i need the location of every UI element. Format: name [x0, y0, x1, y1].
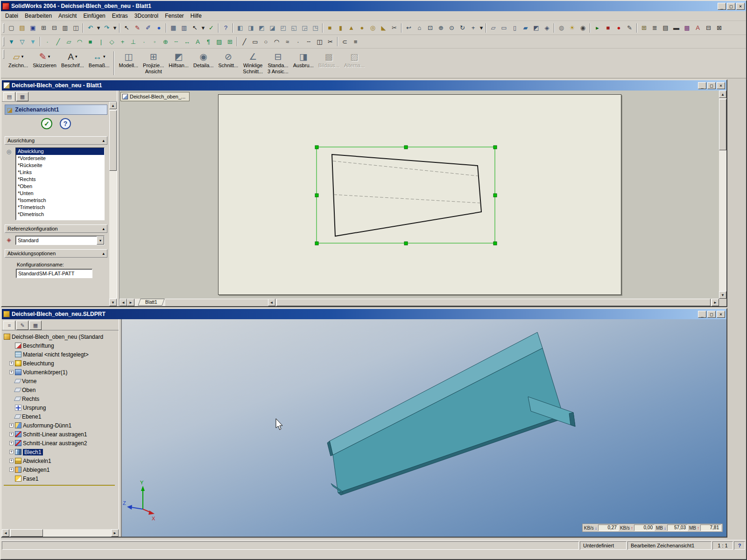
filter-origins-icon[interactable]: +: [117, 36, 128, 47]
app-minimize-button[interactable]: _: [718, 3, 726, 10]
view-isometric-icon[interactable]: ◲: [299, 23, 310, 33]
filter-toggle-icon[interactable]: ▼: [6, 36, 17, 47]
pan-icon[interactable]: +: [468, 23, 479, 33]
filter-clear-all-icon[interactable]: ▽: [17, 36, 28, 47]
zoom-selection-icon[interactable]: ⊙: [446, 23, 457, 33]
solid-cone-icon[interactable]: ▲: [346, 23, 357, 33]
orientation-item-dimetrisch[interactable]: *Dimetrisch: [16, 211, 104, 218]
tab-property-manager[interactable]: ✎: [16, 321, 28, 330]
rotate-view-icon[interactable]: ↻: [457, 23, 468, 33]
tree-item-volumenk-rper-1[interactable]: +Volumenkörper(1): [2, 368, 119, 377]
annotation-pen-icon[interactable]: ✐: [143, 23, 154, 33]
app-close-button[interactable]: ×: [736, 3, 745, 10]
filter-faces-icon[interactable]: ▱: [63, 36, 74, 47]
view-normal-to-icon[interactable]: ◳: [310, 23, 321, 33]
line-format-icon[interactable]: ▬: [671, 23, 682, 33]
hidden-lines-removed-icon[interactable]: ▯: [509, 23, 520, 33]
filter-planes-icon[interactable]: ◇: [106, 36, 117, 47]
new-document-icon[interactable]: ▢: [6, 23, 17, 33]
sketch-rectangle-icon[interactable]: ▭: [250, 36, 261, 47]
tree-item-material-nicht-festgelegt[interactable]: Material <nicht festgelegt>: [2, 350, 119, 359]
flyout-arrow-icon[interactable]: ▾: [21, 54, 24, 59]
layer-properties-icon[interactable]: ▤: [660, 23, 671, 33]
scrollbar-thumb[interactable]: [719, 99, 726, 150]
command-bildaus[interactable]: ▩Bildaus...: [316, 49, 342, 77]
tab-sheet-format[interactable]: ▦: [16, 92, 28, 101]
tree-horizontal-scrollbar[interactable]: ◄ ►: [2, 529, 119, 537]
view-top-icon[interactable]: ◰: [278, 23, 289, 33]
toolbar-drag-handle[interactable]: [3, 49, 4, 59]
tab-property-manager[interactable]: ▤: [3, 92, 15, 101]
menu-item-fenster[interactable]: Fenster: [162, 12, 187, 20]
filter-edges-icon[interactable]: ╱: [53, 36, 63, 47]
sketch-circle-icon[interactable]: ○: [261, 36, 271, 47]
zoom-fit-icon[interactable]: ⌂: [414, 23, 425, 33]
expand-icon[interactable]: +: [9, 423, 14, 427]
menu-item-bearbeiten[interactable]: Bearbeiten: [21, 12, 55, 20]
tree-item-fase1[interactable]: Fase1: [2, 474, 119, 483]
menu-item-einf-gen[interactable]: Einfügen: [80, 12, 108, 20]
scroll-up-icon[interactable]: ▲: [719, 91, 726, 98]
view-back-icon[interactable]: ◨: [246, 23, 256, 33]
toolbar-drag-handle[interactable]: [3, 23, 4, 33]
command-schnitt[interactable]: ⊘Schnitt...: [216, 49, 241, 77]
macro-edit-icon[interactable]: ✎: [624, 23, 635, 33]
drawing-sheet[interactable]: [218, 94, 621, 295]
tree-item-abbiegen1[interactable]: +Abbiegen1: [2, 465, 119, 474]
combo-dropdown-icon[interactable]: ▾: [97, 236, 104, 245]
undo-dropdown-icon[interactable]: ▾: [96, 23, 101, 33]
wireframe-icon[interactable]: ▱: [488, 23, 499, 33]
command-ausbru[interactable]: ◨Ausbru...: [291, 49, 316, 77]
lights-icon[interactable]: ☀: [567, 23, 578, 33]
orientation-item-oben[interactable]: *Oben: [16, 183, 104, 190]
expand-icon[interactable]: +: [9, 450, 14, 454]
expand-icon[interactable]: +: [9, 432, 14, 436]
tables-icon[interactable]: ⊟: [703, 23, 714, 33]
expand-icon[interactable]: +: [9, 459, 14, 463]
perspective-icon[interactable]: ◈: [542, 23, 552, 33]
orientation-item-abwicklung[interactable]: Abwicklung: [16, 148, 104, 155]
command-skizzieren[interactable]: ✎▾Skizzieren: [30, 49, 59, 77]
filter-vertices-icon[interactable]: ∙: [42, 36, 53, 47]
menu-item-hilfe[interactable]: Hilfe: [187, 12, 205, 20]
tree-item-vorne[interactable]: Vorne: [2, 377, 119, 385]
view-orientation-dropdown-icon[interactable]: ▾: [479, 23, 484, 33]
macro-stop-icon[interactable]: ■: [603, 23, 613, 33]
open-icon[interactable]: ▤: [17, 23, 28, 33]
view-right-icon[interactable]: ◪: [267, 23, 278, 33]
trim-entities-icon[interactable]: ✂: [325, 36, 336, 47]
flyout-arrow-icon[interactable]: ▾: [75, 54, 78, 59]
command-hilfsan[interactable]: ◩Hilfsan...: [166, 49, 191, 77]
undo-icon[interactable]: ↶: [85, 23, 96, 33]
help-icon[interactable]: ?: [220, 23, 231, 33]
filter-centerline-icon[interactable]: ╌: [171, 36, 182, 47]
ole-object-icon[interactable]: ⊠: [714, 23, 725, 33]
tree-item-schnitt-linear-austragen1[interactable]: +Schnitt-Linear austragen1: [2, 430, 119, 439]
scrollbar-thumb[interactable]: [109, 110, 117, 171]
orientation-item-unten[interactable]: *Unten: [16, 190, 104, 197]
drawing-sheet-area[interactable]: Deichsel-Blech_oben_...: [120, 91, 719, 299]
orientation-item-r-ckseite[interactable]: *Rückseite: [16, 162, 104, 169]
tree-item-beschriftung[interactable]: Beschriftung: [2, 341, 119, 350]
filter-select-all-icon[interactable]: ▼: [28, 36, 38, 47]
view-left-icon[interactable]: ◩: [256, 23, 267, 33]
command-bema[interactable]: ↔▾Bemaß...: [86, 49, 112, 77]
grid-settings-icon[interactable]: ▦: [168, 23, 179, 33]
solid-box-icon[interactable]: ■: [324, 23, 335, 33]
scroll-down-icon[interactable]: ▼: [109, 299, 117, 306]
camera-icon[interactable]: ◉: [578, 23, 588, 33]
collapse-arrow-icon[interactable]: ▴: [102, 251, 105, 256]
collapse-arrow-icon[interactable]: ▴: [102, 138, 105, 143]
expand-icon[interactable]: +: [9, 370, 14, 374]
view-bottom-icon[interactable]: ◱: [289, 23, 299, 33]
orientation-item-trimetrisch[interactable]: *Trimetrisch: [16, 204, 104, 211]
ok-button[interactable]: ✓: [41, 118, 52, 129]
group-orientation[interactable]: Ausrichtung ▴: [5, 136, 107, 145]
scroll-left-icon[interactable]: ◄: [268, 299, 275, 306]
scrollbar-thumb[interactable]: [276, 299, 711, 306]
tree-item-rechts[interactable]: Rechts: [2, 394, 119, 403]
rollback-bar[interactable]: [4, 485, 115, 486]
redo-icon[interactable]: ↷: [101, 23, 112, 33]
print-preview-icon[interactable]: ◫: [70, 23, 81, 33]
solid-sphere-icon[interactable]: ●: [357, 23, 367, 33]
